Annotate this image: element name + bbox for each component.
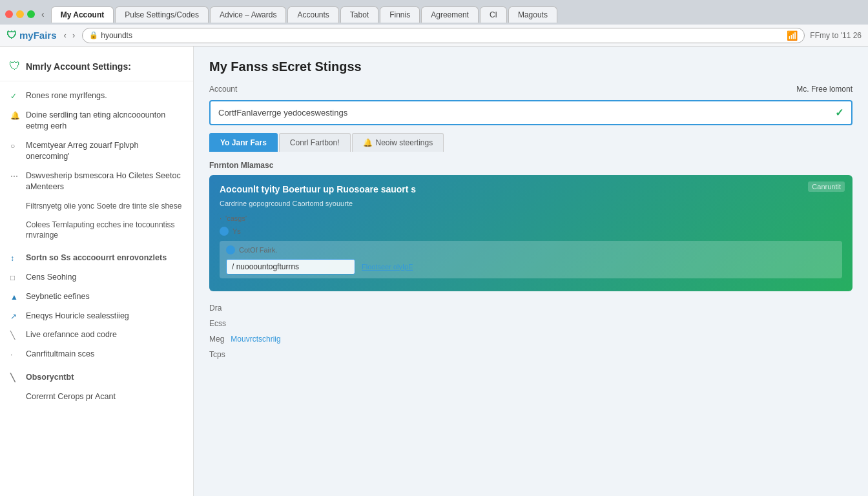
sort-icon: ↕ (10, 253, 21, 264)
minimize-button[interactable] (16, 10, 24, 18)
sidebar-item-label: Sortn so Ss acccoourrt enrovonzlets (26, 253, 167, 264)
browser-tab-finnis[interactable]: Finnis (380, 6, 420, 23)
sidebar-item-confirmation[interactable]: · Canrfitultmain sces (0, 345, 193, 364)
tab-conrl-fartbon[interactable]: Conrl Fartbon! (279, 133, 351, 152)
sidebar-item-home[interactable]: ✓ Rones rone myrlfengs. (0, 87, 193, 106)
status-line-1: · 'casgs' (220, 213, 842, 224)
sidebar-item-label: Dswvesherip bsmescora Ho Ciletes Seetoc … (26, 170, 183, 193)
url-text: hyoundts (101, 31, 784, 40)
sidebar-item-label: Live orefannce aod codre (26, 329, 117, 341)
misc-item-tcps: Tcps (209, 347, 852, 362)
misc-items: Dra Ecss Meg Mouvrctschriig Tcps (209, 300, 852, 362)
sidebar-item-label: Rones rone myrlfengs. (26, 90, 107, 102)
sidebar-shield-icon: 🛡 (9, 59, 21, 73)
browser-tab-agreement[interactable]: Agreement (421, 6, 479, 23)
sidebar-header-title: Nmrly Account Settings: (26, 61, 131, 72)
checkbox-icon: □ (10, 273, 21, 284)
circle-icon: ○ (10, 141, 21, 152)
dropdown-text: CortfFanlaverrge yedoceswestings (218, 108, 835, 118)
sidebar-item-discovery[interactable]: ⋯ Dswvesherip bsmescora Ho Ciletes Seeto… (0, 167, 193, 197)
form-row2-label: CotOf Fairk. (239, 245, 277, 256)
browser-tab-accounts[interactable]: Accounts (287, 6, 338, 23)
close-button[interactable] (5, 10, 13, 18)
browser-tab-pulse-settings/codes[interactable]: Pulse Settings/Codes (115, 6, 209, 23)
sidebar-item-corernt[interactable]: Corerrnt Cerops pr Acant (0, 388, 193, 407)
nav-back-button[interactable]: ‹ (62, 29, 68, 41)
dots-icon: ⋯ (10, 171, 21, 182)
sidebar-item-label: Mcemtyear Arreg zouarf Fplvph onercoming… (26, 140, 183, 163)
backslash-icon: ╲ (10, 373, 21, 384)
section-title: Fnrnton Mlamasc (209, 161, 852, 170)
status-label: 'casgs' (225, 213, 247, 224)
right-panel: My Fanss sEcret Stingss Account Mc. Free… (194, 46, 868, 496)
back-button[interactable]: ‹ (39, 8, 47, 21)
footer-input[interactable] (226, 259, 355, 274)
sidebar: 🛡 Nmrly Account Settings: ✓ Rones rone m… (0, 46, 194, 496)
logo: 🛡 myFairs (6, 30, 57, 41)
addr-nav: ‹ › (62, 29, 78, 41)
sidebar-item-membership[interactable]: ○ Mcemtyear Arreg zouarf Fplvph onercomi… (0, 136, 193, 167)
misc-item-dra: Dra (209, 300, 852, 316)
main-content: 🛡 Nmrly Account Settings: ✓ Rones rone m… (0, 46, 868, 496)
slash-icon: ╲ (10, 330, 21, 341)
browser-chrome: ‹ My AccountPulse Settings/CodesAdvice –… (0, 0, 868, 25)
nav-forward-button[interactable]: › (70, 29, 77, 41)
sidebar-item-label: Seybnetic eefines (26, 291, 90, 303)
signal-icon: 📶 (787, 30, 798, 41)
sidebar-item-energy[interactable]: ↗ Eneqys Houricle sealesstiieg (0, 307, 193, 326)
tab-bar: My AccountPulse Settings/CodesAdvice – A… (51, 6, 863, 23)
dot-icon: · (10, 349, 21, 360)
footer-link[interactable]: Flootseer olyIpE (362, 262, 413, 273)
bell-icon: 🔔 (10, 110, 21, 121)
sidebar-item-codes[interactable]: Colees Ternlaputing ecches ine tocounnti… (0, 216, 193, 245)
dot-icon-2 (226, 245, 235, 254)
bullet-icon: · (220, 213, 222, 224)
sidebar-item-notifications[interactable]: 🔔 Doine serdling tan eting alcncooounton… (0, 106, 193, 136)
misc-link-meg[interactable]: Mouvrctschriig (231, 335, 280, 344)
breadcrumb-text: FFmy to '11 26 (810, 31, 862, 40)
misc-item-meg: Meg Mouvrctschriig (209, 331, 852, 347)
sidebar-section-observatory: ╲ Obsorycntbt (0, 368, 193, 388)
info-card: Aocounlt tyity Boertuur up Ruosoare sauo… (209, 175, 852, 291)
info-card-sub: Cardrine gopogrcound Caortomd syouurte (220, 198, 842, 209)
url-bar[interactable]: 🔒 hyoundts 📶 (82, 28, 805, 43)
status-line-2: Ys (220, 226, 842, 237)
sidebar-item-filtering[interactable]: Filtrsnyetg olie yonc Soete dre tinte sl… (0, 197, 193, 216)
panel-tabs: Yo Janr Fars Conrl Fartbon! 🔔 Neoiw stee… (209, 133, 852, 152)
triangle-icon: ▲ (10, 292, 21, 303)
logo-text: myFairs (19, 30, 57, 41)
panel-title: My Fanss sEcret Stingss (209, 59, 852, 74)
form-row-2: CotOf Fairk. (226, 245, 836, 256)
browser-tab-advice-–-awards[interactable]: Advice – Awards (210, 6, 287, 23)
lock-icon: 🔒 (89, 31, 98, 39)
browser-tab-my-account[interactable]: My Account (51, 6, 114, 23)
tab-yo-janr-fars[interactable]: Yo Janr Fars (209, 133, 278, 152)
sidebar-item-label: Filtrsnyetg olie yonc Soete dre tinte sl… (26, 201, 181, 212)
account-value: Mc. Free lomont (796, 85, 852, 94)
sidebar-item-label: Corerrnt Cerops pr Acant (26, 391, 116, 403)
traffic-lights (5, 10, 35, 18)
browser-tab-magouts[interactable]: Magouts (508, 6, 557, 23)
sidebar-item-preferences[interactable]: ╲ Live orefannce aod codre (0, 326, 193, 345)
info-card-body: Cardrine gopogrcound Caortomd syouurte ·… (220, 198, 842, 278)
dropdown-box[interactable]: CortfFanlaverrge yedoceswestings ✓ (209, 100, 852, 125)
maximize-button[interactable] (27, 10, 35, 18)
sidebar-header: 🛡 Nmrly Account Settings: (0, 54, 193, 81)
sidebar-item-label: Canrfitultmain sces (26, 349, 94, 360)
sidebar-item-label: Doine serdling tan eting alcncooounton e… (26, 110, 183, 132)
tab-neoiw-steertings[interactable]: 🔔 Neoiw steertings (352, 133, 444, 152)
address-bar: 🛡 myFairs ‹ › 🔒 hyoundts 📶 FFmy to '11 2… (0, 25, 868, 46)
sidebar-item-censetting[interactable]: □ Cens Seohing (0, 268, 193, 287)
check-icon: ✓ (835, 107, 843, 119)
info-card-title: Aocounlt tyity Boertuur up Ruosoare sauo… (220, 184, 842, 194)
sidebar-item-label: Eneqys Houricle sealesstiieg (26, 311, 129, 322)
sidebar-item-label: Cens Seohing (26, 272, 77, 284)
arrow-icon: ↗ (10, 311, 21, 322)
browser-tab-tabot[interactable]: Tabot (340, 6, 378, 23)
info-card-dismiss-button[interactable]: Canruntit (808, 181, 845, 192)
shield-icon: 🛡 (6, 30, 17, 41)
browser-tab-ci[interactable]: CI (480, 6, 507, 23)
sidebar-item-label: Colees Ternlaputing ecches ine tocounnti… (26, 220, 183, 242)
sidebar-item-security[interactable]: ▲ Seybnetic eefines (0, 287, 193, 307)
misc-item-ecss: Ecss (209, 316, 852, 331)
